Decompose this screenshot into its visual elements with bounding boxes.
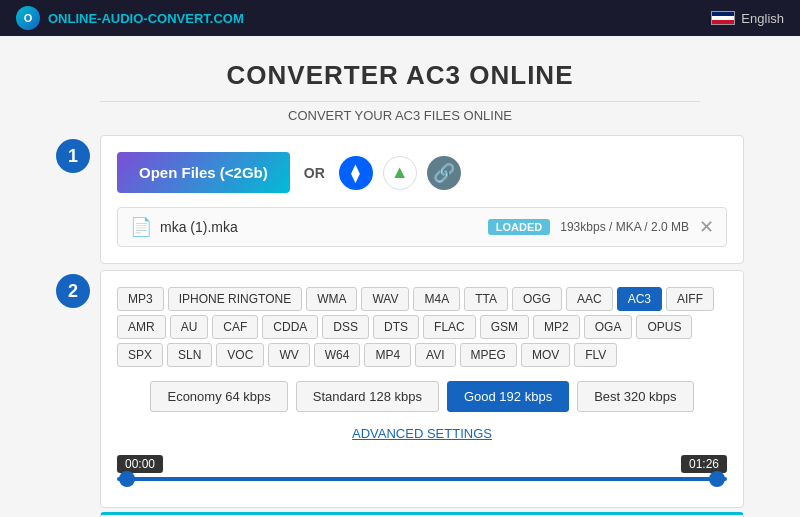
step1-row: Open Files (<2Gb) OR ⧫ ▲ 🔗 [117,152,727,193]
format-btn-wv[interactable]: WV [268,343,309,367]
quality-btn-good[interactable]: Good 192 kbps [447,381,569,412]
dropbox-icon[interactable]: ⧫ [339,156,373,190]
format-btn-flv[interactable]: FLV [574,343,617,367]
step2-number: 2 [56,274,90,308]
file-close-button[interactable]: ✕ [699,216,714,238]
sound-options-panel: Sound options Bitrate Constant 64 kbps96… [100,512,744,517]
page-subtitle: CONVERT YOUR AC3 FILES ONLINE [0,108,800,123]
advanced-settings-anchor[interactable]: ADVANCED SETTINGS [352,426,492,441]
page-title: CONVERTER AC3 ONLINE [0,60,800,91]
format-btn-ogg[interactable]: OGG [512,287,562,311]
format-btn-oga[interactable]: OGA [584,315,633,339]
title-divider [100,101,700,102]
format-btn-amr[interactable]: AMR [117,315,166,339]
format-btn-gsm[interactable]: GSM [480,315,529,339]
format-btn-aac[interactable]: AAC [566,287,613,311]
format-btn-mp3[interactable]: MP3 [117,287,164,311]
logo-icon: O [16,6,40,30]
header: O ONLINE-AUDIO-CONVERT.COM English [0,0,800,36]
step1-content: Open Files (<2Gb) OR ⧫ ▲ 🔗 📄 mka (1).mka… [100,135,744,264]
google-drive-icon[interactable]: ▲ [383,156,417,190]
format-btn-voc[interactable]: VOC [216,343,264,367]
quality-btn-best[interactable]: Best 320 kbps [577,381,693,412]
format-btn-opus[interactable]: OPUS [636,315,692,339]
format-btn-tta[interactable]: TTA [464,287,508,311]
format-btn-w64[interactable]: W64 [314,343,361,367]
format-btn-mpeg[interactable]: MPEG [460,343,517,367]
open-files-button[interactable]: Open Files (<2Gb) [117,152,290,193]
timeline-bar-row: 00:00 01:26 [117,455,727,473]
language-selector[interactable]: English [711,11,784,26]
format-btn-cdda[interactable]: CDDA [262,315,318,339]
main-content: 1 Open Files (<2Gb) OR ⧫ ▲ 🔗 📄 mka (1).m… [40,135,760,517]
format-grid: MP3IPHONE RINGTONEWMAWAVM4ATTAOGGAACAC3A… [117,287,727,367]
language-text: English [741,11,784,26]
timeline-slider[interactable] [117,477,727,481]
format-btn-dss[interactable]: DSS [322,315,369,339]
flag-icon [711,11,735,25]
format-btn-mov[interactable]: MOV [521,343,570,367]
format-btn-m4a[interactable]: M4A [413,287,460,311]
format-btn-caf[interactable]: CAF [212,315,258,339]
file-icon: 📄 [130,216,152,238]
cloud-icons: ⧫ ▲ 🔗 [339,156,461,190]
format-btn-iphone-ringtone[interactable]: IPHONE RINGTONE [168,287,302,311]
format-btn-ac3[interactable]: AC3 [617,287,662,311]
format-btn-wma[interactable]: WMA [306,287,357,311]
format-btn-dts[interactable]: DTS [373,315,419,339]
file-item: 📄 mka (1).mka LOADED 193kbps / MKA / 2.0… [117,207,727,247]
format-btn-mp4[interactable]: MP4 [364,343,411,367]
quality-btn-economy[interactable]: Economy 64 kbps [150,381,287,412]
format-btn-aiff[interactable]: AIFF [666,287,714,311]
slider-thumb-left[interactable] [119,471,135,487]
quality-row: Economy 64 kbpsStandard 128 kbpsGood 192… [117,381,727,412]
file-loaded-badge: LOADED [488,219,550,235]
format-btn-flac[interactable]: FLAC [423,315,476,339]
format-btn-au[interactable]: AU [170,315,209,339]
format-btn-mp2[interactable]: MP2 [533,315,580,339]
format-btn-wav[interactable]: WAV [361,287,409,311]
format-btn-sln[interactable]: SLN [167,343,212,367]
step1-number: 1 [56,139,90,173]
format-btn-avi[interactable]: AVI [415,343,455,367]
logo[interactable]: O ONLINE-AUDIO-CONVERT.COM [16,6,244,30]
timeline-section: 00:00 01:26 [117,455,727,481]
slider-thumb-right[interactable] [709,471,725,487]
file-info: 193kbps / MKA / 2.0 MB [560,220,689,234]
slider-track [117,477,727,481]
quality-btn-standard[interactable]: Standard 128 kbps [296,381,439,412]
or-text: OR [304,165,325,181]
file-name: mka (1).mka [160,219,488,235]
advanced-settings-link[interactable]: ADVANCED SETTINGS [117,426,727,441]
step1-panel: 1 Open Files (<2Gb) OR ⧫ ▲ 🔗 📄 mka (1).m… [56,135,744,264]
page-title-section: CONVERTER AC3 ONLINE CONVERT YOUR AC3 FI… [0,36,800,135]
end-time-badge: 01:26 [681,455,727,473]
step2-content: MP3IPHONE RINGTONEWMAWAVM4ATTAOGGAACAC3A… [100,270,744,508]
step2-panel: 2 MP3IPHONE RINGTONEWMAWAVM4ATTAOGGAACAC… [56,270,744,508]
format-btn-spx[interactable]: SPX [117,343,163,367]
link-icon[interactable]: 🔗 [427,156,461,190]
logo-text: ONLINE-AUDIO-CONVERT.COM [48,11,244,26]
